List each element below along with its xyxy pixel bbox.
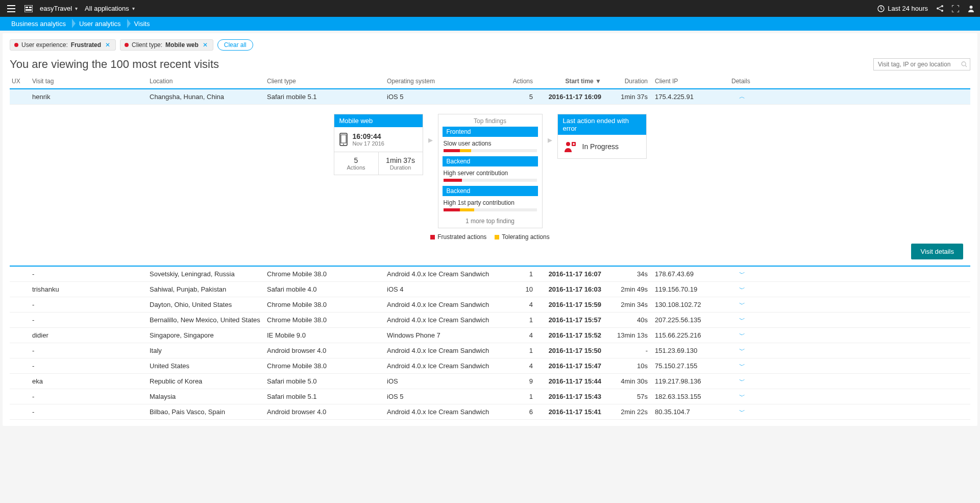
table-row[interactable]: - Bilbao, Pais Vasco, Spain Android brow… [10, 404, 970, 420]
row-client: Chrome Mobile 38.0 [265, 300, 385, 309]
legend-frustrated-icon [430, 235, 435, 239]
row-actions: 10 [505, 284, 538, 294]
clear-all-button[interactable]: Clear all [217, 39, 253, 51]
fullscreen-icon[interactable] [952, 5, 959, 12]
row-ip: 80.35.104.7 [653, 407, 729, 417]
table-row[interactable]: henrik Changsha, Hunan, China Safari mob… [10, 89, 970, 105]
row-tag: - [30, 392, 148, 401]
expand-icon[interactable]: ﹀ [729, 330, 755, 341]
table-row[interactable]: eka Republic of Korea Safari mobile 5.0 … [10, 374, 970, 389]
row-actions: 5 [505, 92, 538, 102]
row-duration: - [604, 346, 653, 355]
breadcrumb: Business analytics User analytics Visits [0, 17, 980, 31]
row-duration: 34s [604, 269, 653, 279]
expand-icon[interactable]: ﹀ [729, 376, 755, 387]
user-icon[interactable] [967, 5, 975, 12]
table-row[interactable]: trishanku Sahiwal, Punjab, Pakistan Safa… [10, 282, 970, 297]
row-os: Windows Phone 7 [385, 330, 505, 340]
chip-remove-icon[interactable]: ✕ [202, 41, 209, 49]
col-ip[interactable]: Client IP [653, 77, 729, 86]
visit-details-button[interactable]: Visit details [911, 244, 963, 259]
svg-point-13 [566, 142, 570, 146]
search-input[interactable] [873, 58, 970, 70]
row-location: Singapore, Singapore [148, 330, 265, 340]
chevron-down-icon: ▾ [75, 6, 78, 11]
col-client[interactable]: Client type [265, 77, 385, 86]
col-ux[interactable]: UX [10, 77, 30, 86]
breadcrumb-item[interactable]: Visits [128, 17, 157, 31]
expand-icon[interactable]: ﹀ [729, 361, 755, 371]
col-start[interactable]: Start time ▼ [538, 77, 604, 86]
row-tag: didier [30, 330, 148, 340]
col-location[interactable]: Location [148, 77, 265, 86]
row-ip: 75.150.27.155 [653, 361, 729, 371]
main-content: User experience:Frustrated ✕ Client type… [3, 33, 977, 426]
row-tag: eka [30, 376, 148, 386]
table-row[interactable]: - Sovetskiy, Leningrad, Russia Chrome Mo… [10, 267, 970, 282]
dashboard-icon[interactable] [24, 5, 33, 12]
table-row[interactable]: - Dayton, Ohio, United States Chrome Mob… [10, 297, 970, 313]
table-row[interactable]: - Bernalillo, New Mexico, United States … [10, 313, 970, 328]
chip-remove-icon[interactable]: ✕ [104, 41, 111, 49]
row-duration: 1min 37s [604, 92, 653, 102]
all-apps-selector[interactable]: All applications ▾ [85, 5, 135, 12]
app-name: easyTravel [40, 5, 72, 12]
expand-icon[interactable]: ﹀ [729, 284, 755, 295]
expand-icon[interactable]: ﹀ [729, 345, 755, 356]
table-row[interactable]: - Italy Android browser 4.0 Android 4.0.… [10, 343, 970, 358]
expand-icon[interactable]: ﹀ [729, 391, 755, 402]
row-client: Safari mobile 5.0 [265, 376, 385, 386]
visit-time: 16:09:44 [353, 132, 384, 140]
row-ip: 178.67.43.69 [653, 269, 729, 279]
table-row[interactable]: - United States Chrome Mobile 38.0 Andro… [10, 358, 970, 374]
col-tag[interactable]: Visit tag [30, 77, 148, 86]
breadcrumb-item[interactable]: User analytics [73, 17, 128, 31]
visit-date: Nov 17 2016 [353, 140, 384, 147]
legend-frustrated-label: Frustrated actions [437, 233, 486, 241]
row-client: Safari mobile 5.1 [265, 92, 385, 102]
filter-chips: User experience:Frustrated ✕ Client type… [10, 39, 970, 51]
row-duration: 40s [604, 315, 653, 325]
col-actions[interactable]: Actions [505, 77, 538, 86]
collapse-icon[interactable]: ︿ [729, 91, 755, 102]
app-selector[interactable]: easyTravel ▾ [40, 5, 78, 12]
row-tag: - [30, 315, 148, 325]
row-location: United States [148, 361, 265, 371]
row-client: IE Mobile 9.0 [265, 330, 385, 340]
table-row[interactable]: - Malaysia Safari mobile 5.1 iOS 5 1 201… [10, 389, 970, 404]
duration-label: Duration [381, 164, 421, 171]
timeframe-selector[interactable]: Last 24 hours [877, 5, 928, 12]
row-tag: - [30, 269, 148, 279]
row-duration: 2min 22s [604, 407, 653, 417]
top-findings-card: Top findings Frontend Slow user actions … [438, 114, 543, 228]
menu-icon[interactable] [5, 3, 17, 14]
visits-table: UX Visit tag Location Client type Operat… [10, 74, 970, 420]
phone-icon [339, 133, 348, 146]
row-actions: 4 [505, 300, 538, 309]
chevron-down-icon: ▾ [132, 6, 135, 11]
row-os: iOS 5 [385, 92, 505, 102]
col-os[interactable]: Operating system [385, 77, 505, 86]
row-duration: 57s [604, 392, 653, 401]
row-duration: 13min 13s [604, 330, 653, 340]
breadcrumb-item[interactable]: Business analytics [5, 17, 73, 31]
svg-rect-1 [26, 7, 28, 8]
table-row[interactable]: didier Singapore, Singapore IE Mobile 9.… [10, 328, 970, 343]
row-start: 2016-11-17 15:52 [538, 330, 604, 340]
finding-bar [444, 208, 537, 211]
col-duration[interactable]: Duration [604, 77, 653, 86]
expand-icon[interactable]: ﹀ [729, 315, 755, 325]
legend: Frustrated actions Tolerating actions [10, 233, 970, 241]
share-icon[interactable] [936, 5, 944, 12]
row-ip: 119.217.98.136 [653, 376, 729, 386]
expand-icon[interactable]: ﹀ [729, 406, 755, 417]
expand-icon[interactable]: ﹀ [729, 299, 755, 310]
chip-label: User experience: [21, 41, 68, 49]
svg-rect-3 [26, 9, 32, 11]
more-findings-link[interactable]: 1 more top finding [443, 215, 538, 225]
expand-icon[interactable]: ﹀ [729, 269, 755, 279]
row-start: 2016-11-17 16:07 [538, 269, 604, 279]
row-start: 2016-11-17 15:41 [538, 407, 604, 417]
row-location: Malaysia [148, 392, 265, 401]
row-location: Bernalillo, New Mexico, United States [148, 315, 265, 325]
